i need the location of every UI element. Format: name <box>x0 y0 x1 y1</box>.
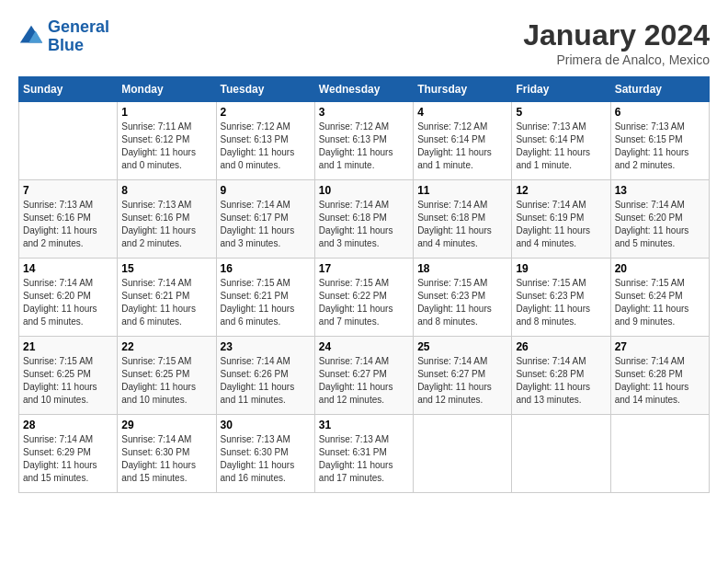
calendar-table: SundayMondayTuesdayWednesdayThursdayFrid… <box>18 76 710 493</box>
day-number: 11 <box>417 184 507 197</box>
weekday-header-sunday: Sunday <box>19 77 118 102</box>
calendar-header: SundayMondayTuesdayWednesdayThursdayFrid… <box>19 77 710 102</box>
day-info: Sunrise: 7:14 AMSunset: 6:18 PMDaylight:… <box>417 199 507 250</box>
day-info: Sunrise: 7:14 AMSunset: 6:17 PMDaylight:… <box>221 199 311 250</box>
logo-icon <box>18 24 44 50</box>
calendar-cell: 2Sunrise: 7:12 AMSunset: 6:13 PMDaylight… <box>216 102 314 180</box>
day-info: Sunrise: 7:14 AMSunset: 6:28 PMDaylight:… <box>516 355 606 407</box>
calendar-cell: 19Sunrise: 7:15 AMSunset: 6:23 PMDayligh… <box>512 259 610 337</box>
logo-line1: General <box>48 17 109 36</box>
day-number: 21 <box>23 340 113 353</box>
weekday-header-friday: Friday <box>512 77 610 102</box>
calendar-cell: 4Sunrise: 7:12 AMSunset: 6:14 PMDaylight… <box>414 102 512 180</box>
calendar-cell: 5Sunrise: 7:13 AMSunset: 6:14 PMDaylight… <box>512 102 610 180</box>
day-info: Sunrise: 7:15 AMSunset: 6:25 PMDaylight:… <box>121 355 211 407</box>
day-info: Sunrise: 7:14 AMSunset: 6:21 PMDaylight:… <box>121 277 211 328</box>
calendar-cell: 16Sunrise: 7:15 AMSunset: 6:21 PMDayligh… <box>216 259 314 337</box>
calendar-cell: 27Sunrise: 7:14 AMSunset: 6:28 PMDayligh… <box>610 337 709 415</box>
calendar-cell: 7Sunrise: 7:13 AMSunset: 6:16 PMDaylight… <box>19 180 118 259</box>
day-number: 18 <box>417 262 507 275</box>
day-number: 17 <box>319 262 409 275</box>
calendar-week-0: 1Sunrise: 7:11 AMSunset: 6:12 PMDaylight… <box>19 102 710 180</box>
calendar-cell: 30Sunrise: 7:13 AMSunset: 6:30 PMDayligh… <box>216 415 314 493</box>
day-info: Sunrise: 7:15 AMSunset: 6:24 PMDaylight:… <box>615 277 705 328</box>
day-info: Sunrise: 7:13 AMSunset: 6:30 PMDaylight:… <box>221 433 311 485</box>
month-title: January 2024 <box>523 18 710 52</box>
calendar-cell <box>19 102 118 180</box>
day-number: 10 <box>319 184 409 197</box>
weekday-header-row: SundayMondayTuesdayWednesdayThursdayFrid… <box>19 77 710 102</box>
day-number: 8 <box>121 184 211 197</box>
day-number: 13 <box>615 184 705 197</box>
day-info: Sunrise: 7:14 AMSunset: 6:30 PMDaylight:… <box>121 433 211 485</box>
calendar-cell: 25Sunrise: 7:14 AMSunset: 6:27 PMDayligh… <box>414 337 512 415</box>
day-number: 4 <box>417 106 507 119</box>
logo-text: General Blue <box>48 18 109 55</box>
calendar-cell: 10Sunrise: 7:14 AMSunset: 6:18 PMDayligh… <box>314 180 413 259</box>
day-number: 25 <box>417 340 507 353</box>
day-number: 20 <box>615 262 705 275</box>
day-info: Sunrise: 7:14 AMSunset: 6:27 PMDaylight:… <box>417 355 507 407</box>
day-number: 14 <box>23 262 113 275</box>
day-number: 15 <box>121 262 211 275</box>
calendar-cell: 13Sunrise: 7:14 AMSunset: 6:20 PMDayligh… <box>610 180 709 259</box>
day-number: 3 <box>319 106 409 119</box>
day-info: Sunrise: 7:12 AMSunset: 6:13 PMDaylight:… <box>221 121 311 172</box>
day-info: Sunrise: 7:14 AMSunset: 6:29 PMDaylight:… <box>23 433 113 485</box>
calendar-body: 1Sunrise: 7:11 AMSunset: 6:12 PMDaylight… <box>19 102 710 493</box>
location-title: Primera de Analco, Mexico <box>523 52 710 67</box>
calendar-cell: 23Sunrise: 7:14 AMSunset: 6:26 PMDayligh… <box>216 337 314 415</box>
weekday-header-monday: Monday <box>118 77 216 102</box>
calendar-cell: 3Sunrise: 7:12 AMSunset: 6:13 PMDaylight… <box>314 102 413 180</box>
calendar-cell: 31Sunrise: 7:13 AMSunset: 6:31 PMDayligh… <box>314 415 413 493</box>
day-number: 27 <box>615 340 705 353</box>
calendar-cell: 12Sunrise: 7:14 AMSunset: 6:19 PMDayligh… <box>512 180 610 259</box>
calendar-week-3: 21Sunrise: 7:15 AMSunset: 6:25 PMDayligh… <box>19 337 710 415</box>
day-info: Sunrise: 7:14 AMSunset: 6:26 PMDaylight:… <box>221 355 311 407</box>
day-info: Sunrise: 7:11 AMSunset: 6:12 PMDaylight:… <box>121 121 211 172</box>
calendar-week-1: 7Sunrise: 7:13 AMSunset: 6:16 PMDaylight… <box>19 180 710 259</box>
calendar-cell: 22Sunrise: 7:15 AMSunset: 6:25 PMDayligh… <box>118 337 216 415</box>
day-info: Sunrise: 7:15 AMSunset: 6:23 PMDaylight:… <box>417 277 507 328</box>
calendar-cell: 15Sunrise: 7:14 AMSunset: 6:21 PMDayligh… <box>118 259 216 337</box>
day-number: 2 <box>221 106 311 119</box>
day-number: 29 <box>121 419 211 431</box>
calendar-cell: 9Sunrise: 7:14 AMSunset: 6:17 PMDaylight… <box>216 180 314 259</box>
calendar-cell: 21Sunrise: 7:15 AMSunset: 6:25 PMDayligh… <box>19 337 118 415</box>
calendar-week-2: 14Sunrise: 7:14 AMSunset: 6:20 PMDayligh… <box>19 259 710 337</box>
calendar-cell: 1Sunrise: 7:11 AMSunset: 6:12 PMDaylight… <box>118 102 216 180</box>
day-info: Sunrise: 7:13 AMSunset: 6:14 PMDaylight:… <box>516 121 606 172</box>
weekday-header-tuesday: Tuesday <box>216 77 314 102</box>
day-info: Sunrise: 7:13 AMSunset: 6:16 PMDaylight:… <box>23 199 113 250</box>
page-header: General Blue January 2024 Primera de Ana… <box>18 18 710 67</box>
day-info: Sunrise: 7:14 AMSunset: 6:27 PMDaylight:… <box>319 355 409 407</box>
calendar-cell: 29Sunrise: 7:14 AMSunset: 6:30 PMDayligh… <box>118 415 216 493</box>
day-info: Sunrise: 7:15 AMSunset: 6:25 PMDaylight:… <box>23 355 113 407</box>
day-info: Sunrise: 7:14 AMSunset: 6:20 PMDaylight:… <box>23 277 113 328</box>
day-number: 6 <box>615 106 705 119</box>
calendar-cell <box>414 415 512 493</box>
day-number: 24 <box>319 340 409 353</box>
calendar-cell: 11Sunrise: 7:14 AMSunset: 6:18 PMDayligh… <box>414 180 512 259</box>
weekday-header-wednesday: Wednesday <box>314 77 413 102</box>
day-info: Sunrise: 7:13 AMSunset: 6:16 PMDaylight:… <box>121 199 211 250</box>
day-info: Sunrise: 7:14 AMSunset: 6:18 PMDaylight:… <box>319 199 409 250</box>
calendar-cell: 17Sunrise: 7:15 AMSunset: 6:22 PMDayligh… <box>314 259 413 337</box>
day-info: Sunrise: 7:14 AMSunset: 6:19 PMDaylight:… <box>516 199 606 250</box>
day-info: Sunrise: 7:12 AMSunset: 6:13 PMDaylight:… <box>319 121 409 172</box>
day-number: 12 <box>516 184 606 197</box>
day-info: Sunrise: 7:12 AMSunset: 6:14 PMDaylight:… <box>417 121 507 172</box>
calendar-cell <box>610 415 709 493</box>
weekday-header-thursday: Thursday <box>414 77 512 102</box>
day-info: Sunrise: 7:14 AMSunset: 6:20 PMDaylight:… <box>615 199 705 250</box>
day-number: 31 <box>319 419 409 431</box>
day-info: Sunrise: 7:15 AMSunset: 6:22 PMDaylight:… <box>319 277 409 328</box>
day-number: 22 <box>121 340 211 353</box>
day-number: 1 <box>121 106 211 119</box>
day-info: Sunrise: 7:13 AMSunset: 6:15 PMDaylight:… <box>615 121 705 172</box>
calendar-week-4: 28Sunrise: 7:14 AMSunset: 6:29 PMDayligh… <box>19 415 710 493</box>
calendar-cell: 18Sunrise: 7:15 AMSunset: 6:23 PMDayligh… <box>414 259 512 337</box>
day-number: 26 <box>516 340 606 353</box>
title-section: January 2024 Primera de Analco, Mexico <box>523 18 710 67</box>
calendar-cell: 28Sunrise: 7:14 AMSunset: 6:29 PMDayligh… <box>19 415 118 493</box>
